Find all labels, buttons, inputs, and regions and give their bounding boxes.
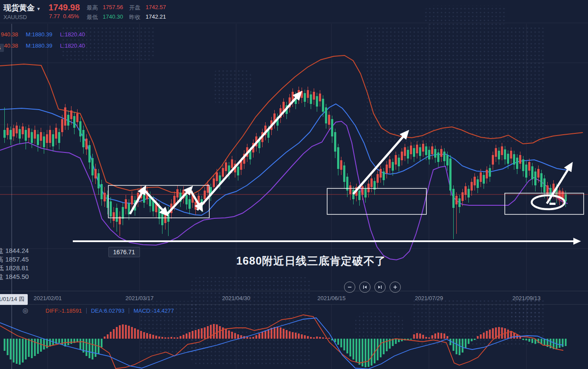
candle-body xyxy=(176,189,179,197)
x-axis-tick-label: 2021/04/30 xyxy=(222,295,250,301)
analyst-annotation-text: 1680附近日线三底肯定破不了 xyxy=(236,254,386,268)
map-dots-decoration xyxy=(355,313,403,339)
last-price: 1749.98 xyxy=(49,3,80,13)
macd-hist-bar xyxy=(559,339,561,348)
macd-hist-bar xyxy=(92,339,94,359)
zoom-out-button[interactable] xyxy=(344,282,355,293)
macd-hist-bar xyxy=(447,336,448,339)
candle-body xyxy=(437,152,439,162)
candle-body xyxy=(304,93,306,102)
candle-body xyxy=(461,192,464,201)
candle-body xyxy=(316,96,318,107)
macd-hist-bar xyxy=(207,326,209,339)
macd-hist-bar xyxy=(250,337,251,339)
macd-hist-bar xyxy=(253,337,254,339)
macd-hist-bar xyxy=(177,337,179,339)
candle-body xyxy=(116,208,118,222)
macd-hist-bar xyxy=(137,330,139,339)
candle-body xyxy=(131,196,133,204)
candle-body xyxy=(516,158,518,169)
macd-hist-bar xyxy=(419,333,421,339)
candle-body xyxy=(97,173,100,188)
macd-hist-bar xyxy=(480,334,482,339)
candle-body xyxy=(395,155,397,165)
macd-hist-bar xyxy=(565,339,567,346)
candle-body xyxy=(161,212,163,225)
candle-body xyxy=(188,199,191,209)
macd-hist-bar xyxy=(140,331,142,339)
x-axis-tick-label: 2021/03/17 xyxy=(125,295,153,301)
instrument-title-group[interactable]: 现货黄金▼ xyxy=(3,3,41,13)
zoom-out-icon xyxy=(347,285,352,290)
candle-body xyxy=(452,189,455,208)
candle-body xyxy=(328,115,330,125)
candle-body xyxy=(465,186,467,195)
candle-body xyxy=(474,177,476,185)
candle-body xyxy=(10,130,12,139)
candle-body xyxy=(419,147,421,156)
candle-body xyxy=(446,155,448,165)
macd-hist-bar xyxy=(368,339,370,367)
instrument-title[interactable]: 现货黄金 xyxy=(3,3,35,12)
macd-hist-bar xyxy=(159,337,160,339)
macd-hist-bar xyxy=(283,329,285,339)
candle-body xyxy=(410,146,412,154)
macd-hist-bar xyxy=(544,339,546,346)
candle-body xyxy=(19,129,21,139)
boll-mid-value: M:1880.39 xyxy=(26,42,52,49)
macd-hist-bar xyxy=(168,337,169,339)
macd-hist-bar xyxy=(28,339,30,357)
macd-hist-bar xyxy=(62,339,63,345)
macd-hist-bar xyxy=(134,328,136,339)
macd-hist-bar xyxy=(498,327,500,339)
candle-body xyxy=(440,149,442,157)
candle-body xyxy=(34,130,36,139)
candle-body xyxy=(367,184,370,192)
candle-body xyxy=(113,212,115,221)
candle-body xyxy=(101,184,103,199)
macd-hist-bar xyxy=(432,335,433,339)
low-label: 最低 xyxy=(87,13,98,21)
candle-body xyxy=(349,185,351,194)
macd-hist-bar xyxy=(149,334,151,339)
macd-hist-bar xyxy=(131,327,133,339)
prev-close-label: 昨收 xyxy=(129,13,140,21)
macd-hist-bar xyxy=(201,328,203,339)
macd-hist-bar xyxy=(22,339,24,363)
skip-back-button[interactable] xyxy=(359,282,370,293)
open-value: 1742.57 xyxy=(146,4,166,10)
macd-hist-bar xyxy=(456,339,458,354)
candle-body xyxy=(82,130,84,147)
boll-readout-row1: 940.38 M:1880.39 L:1820.40 xyxy=(1,31,85,38)
indicator-settings-icon[interactable]: ◎ xyxy=(23,307,28,314)
macd-hist-bar xyxy=(350,339,351,356)
candle-body xyxy=(52,134,54,146)
candle-body xyxy=(458,198,461,207)
candle-body xyxy=(443,152,445,161)
macd-diff-value: DIFF:-1.18591 xyxy=(45,308,82,314)
macd-hist-bar xyxy=(107,334,109,339)
macd-hist-bar xyxy=(259,333,260,339)
candle-body xyxy=(495,148,497,157)
boll-upper-value: 940.38 xyxy=(1,31,18,38)
macd-hist-bar xyxy=(422,335,424,339)
candle-body xyxy=(380,169,382,178)
macd-hist-bar xyxy=(122,324,124,339)
macd-hist-bar xyxy=(101,339,103,347)
skip-back-icon xyxy=(362,285,367,290)
macd-hist-bar xyxy=(68,339,69,345)
candle-body xyxy=(331,119,333,136)
macd-hist-bar xyxy=(58,339,60,343)
macd-hist-bar xyxy=(171,337,172,339)
trading-app: 现货黄金▼ XAUUSD 1749.98 7.77 0.45% 最高 1757.… xyxy=(0,0,588,369)
zoom-in-button[interactable] xyxy=(390,282,401,293)
candle-body xyxy=(58,132,60,143)
skip-forward-button[interactable] xyxy=(374,282,386,293)
macd-hist-bar xyxy=(277,327,279,339)
macd-hist-bar xyxy=(231,332,233,339)
macd-hist-bar xyxy=(71,339,72,344)
candle-body xyxy=(507,154,509,164)
candle-body xyxy=(67,115,69,126)
candle-body xyxy=(392,162,394,171)
chevron-down-icon[interactable]: ▼ xyxy=(36,6,41,11)
